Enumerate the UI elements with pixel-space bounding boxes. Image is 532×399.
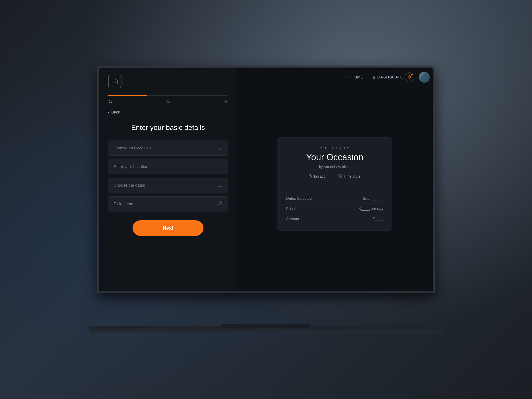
laptop-bottom-bar: [89, 326, 443, 332]
svg-line-13: [340, 176, 341, 177]
photo-meta: Location: [286, 174, 383, 179]
photo-card: PHOTOGRAPHY Your Occasion by Amanda Hakk…: [277, 137, 392, 231]
dates-label: Choose the dates: [114, 183, 145, 188]
photo-card-header: PHOTOGRAPHY Your Occasion by Amanda Hakk…: [277, 137, 392, 187]
meta-timeslots: Time Slots: [338, 174, 360, 179]
next-button[interactable]: Next: [133, 220, 203, 236]
back-button[interactable]: ‹ Back: [108, 110, 228, 115]
location-field[interactable]: Enter your Location: [108, 159, 228, 174]
nav-links: ☉ HOME ⊞ DASHBOARD: [346, 75, 405, 80]
bell-icon: [407, 75, 412, 79]
step-1-label: 01: [109, 100, 112, 103]
progress-labels: 01 02 03: [108, 100, 228, 103]
top-nav: ☉ HOME ⊞ DASHBOARD: [335, 68, 433, 86]
left-panel: ||||||||||||||||||||||||||||||||||||||||…: [99, 68, 237, 291]
step-2-label: 02: [166, 100, 170, 103]
location-pin-icon: [309, 174, 312, 179]
clock-meta-icon: [338, 174, 342, 179]
dates-selected-value: Sept __ - __: [363, 196, 383, 201]
dashboard-label: DASHBOARD: [377, 75, 405, 80]
clock-icon: [217, 201, 222, 207]
user-avatar[interactable]: [419, 72, 430, 83]
progress-filled: [108, 95, 147, 96]
main-layout: ||||||||||||||||||||||||||||||||||||||||…: [99, 68, 433, 291]
meta-location: Location: [309, 174, 328, 179]
dates-field[interactable]: Choose the dates: [108, 178, 228, 193]
svg-point-2: [117, 81, 117, 81]
home-label: HOME: [351, 75, 364, 80]
notification-button[interactable]: [405, 72, 414, 82]
app-logo: [108, 75, 121, 88]
photo-category: PHOTOGRAPHY: [286, 146, 383, 150]
time-label: Pick a time: [114, 202, 133, 206]
dashboard-icon: ⊞: [372, 75, 375, 79]
occasion-field[interactable]: Choose an Occasion ⌄: [108, 140, 228, 156]
price-value: ₹____ per day: [359, 206, 383, 211]
timeslots-label: Time Slots: [344, 174, 360, 178]
dates-row: Dates Selected Sept __ - __: [286, 194, 383, 204]
amount-value: ₹____: [372, 216, 383, 221]
chevron-left-icon: ‹: [108, 110, 109, 115]
back-label: Back: [111, 110, 120, 115]
location-label: Location: [314, 174, 328, 178]
nav-dashboard[interactable]: ⊞ DASHBOARD: [372, 75, 405, 80]
camera-icon: [112, 78, 118, 85]
price-row: Price ₹____ per day: [286, 204, 383, 214]
laptop-container: ||||||||||||||||||||||||||||||||||||||||…: [71, 66, 461, 332]
avatar-image: [419, 72, 429, 82]
amount-label: Amount: [286, 217, 299, 221]
form-fields: Choose an Occasion ⌄ Enter your Location…: [108, 140, 228, 211]
dates-selected-label: Dates Selected: [286, 196, 312, 201]
location-label: Enter your Location: [114, 165, 148, 169]
svg-line-9: [220, 203, 221, 204]
chevron-down-icon: ⌄: [218, 145, 222, 151]
photo-title: Your Occasion: [286, 152, 383, 162]
laptop-screen: ||||||||||||||||||||||||||||||||||||||||…: [98, 66, 434, 293]
right-panel: ☉ HOME ⊞ DASHBOARD: [237, 68, 433, 291]
app-container: ||||||||||||||||||||||||||||||||||||||||…: [99, 68, 433, 291]
tick-marks: ||||||||||||||||||||||||||||||||||||||||…: [148, 95, 227, 96]
calendar-icon: [217, 182, 222, 188]
tick-container: ||||||||||||||||||||||||||||||||||||||||…: [147, 95, 228, 96]
progress-section: ||||||||||||||||||||||||||||||||||||||||…: [108, 93, 228, 103]
svg-point-10: [310, 175, 311, 176]
occasion-label: Choose an Occasion: [114, 146, 151, 151]
time-field[interactable]: Pick a time: [108, 196, 228, 211]
nav-actions: [405, 72, 430, 83]
form-title: Enter your basic details: [108, 123, 228, 132]
home-icon: ☉: [346, 75, 349, 79]
nav-home[interactable]: ☉ HOME: [346, 75, 364, 80]
laptop-foot: [222, 324, 310, 328]
svg-rect-3: [218, 183, 222, 187]
meta-divider: [333, 174, 333, 179]
amount-row: Amount ₹____: [286, 214, 383, 224]
booking-summary: Dates Selected Sept __ - __ Price ₹____ …: [277, 187, 392, 231]
progress-track: ||||||||||||||||||||||||||||||||||||||||…: [108, 95, 228, 96]
progress-bar: ||||||||||||||||||||||||||||||||||||||||…: [108, 93, 228, 98]
photo-subtitle: by Amanda Hakkins: [286, 165, 383, 169]
svg-point-1: [114, 81, 116, 83]
price-label: Price: [286, 207, 295, 211]
step-3-label: 03: [224, 100, 228, 103]
